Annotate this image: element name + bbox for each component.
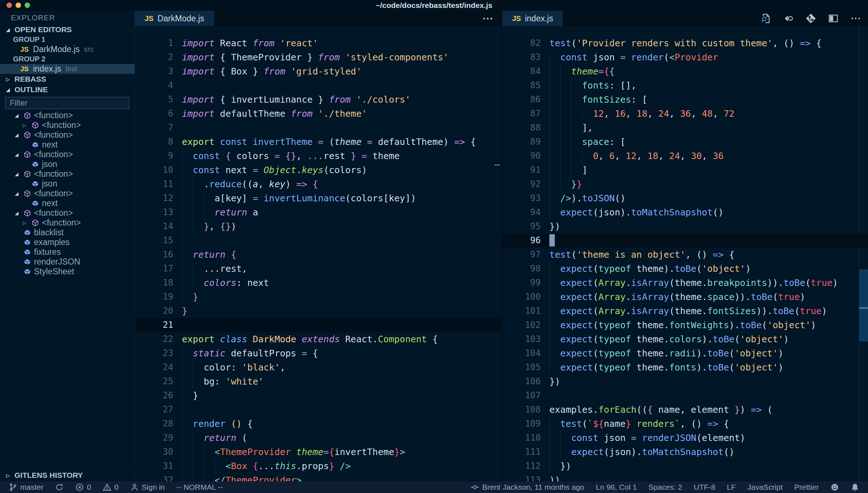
compare-icon[interactable] xyxy=(783,13,794,24)
outline-item-examples[interactable]: examples xyxy=(0,237,135,247)
line-number: 32 xyxy=(135,473,173,481)
line-number: 84 xyxy=(502,64,541,78)
outline-filter-input[interactable] xyxy=(5,97,129,109)
close-window-icon[interactable] xyxy=(7,3,12,8)
outline-item-blacklist[interactable]: blacklist xyxy=(0,228,135,237)
status-item[interactable]: Spaces: 2 xyxy=(648,483,682,492)
line-number: 82 xyxy=(502,36,541,50)
code-line: 12 a[key] = invertLuminance(colors[key]) xyxy=(135,191,502,205)
status-item[interactable]: Ln 96, Col 1 xyxy=(596,483,637,492)
vscode-window: { "title_bar": { "title": "~/code/docs/r… xyxy=(0,0,868,493)
line-number: 108 xyxy=(502,403,541,417)
line-number: 92 xyxy=(502,177,541,191)
section-rebass[interactable]: ▷ REBASS xyxy=(0,74,135,84)
line-number: 10 xyxy=(135,163,173,177)
smiley-status-item[interactable] xyxy=(830,483,839,492)
more-actions-icon[interactable] xyxy=(850,13,861,24)
status-item[interactable]: Prettier xyxy=(794,483,819,492)
tab-darkmode-js[interactable]: JS DarkMode.js xyxy=(135,11,214,26)
tab-index-js[interactable]: JS index.js xyxy=(502,11,563,26)
more-actions-icon[interactable] xyxy=(483,11,492,26)
outline-item-renderJSON[interactable]: renderJSON xyxy=(0,257,135,267)
code-line: 82test('Provider renders with custom the… xyxy=(502,36,868,50)
outline-item-next[interactable]: next xyxy=(0,140,135,150)
outline-item-next[interactable]: next xyxy=(0,198,135,208)
line-number: 18 xyxy=(135,276,173,290)
section-outline[interactable]: ◢ OUTLINE xyxy=(0,84,135,95)
bell-status-item[interactable] xyxy=(851,483,859,492)
outline-item-function[interactable]: ◢<function> xyxy=(0,130,135,140)
line-number: 27 xyxy=(135,403,173,417)
window-controls xyxy=(7,3,30,8)
code-line: 91 ] xyxy=(502,163,868,177)
code-line: 107 xyxy=(502,389,868,403)
outline-item-function[interactable]: ◢<function> xyxy=(0,208,135,218)
code-line: 108examples.forEach(({ name, element }) … xyxy=(502,403,868,417)
outline-item-StyleSheet[interactable]: StyleSheet xyxy=(0,267,135,276)
status-item[interactable]: -- NORMAL -- xyxy=(176,483,223,492)
code-line: 2import { ThemeProvider } from 'styled-c… xyxy=(135,50,502,64)
function-symbol-icon xyxy=(22,190,32,198)
section-open-editors[interactable]: ◢ OPEN EDITORS xyxy=(0,25,135,35)
code-line: 7 xyxy=(135,121,502,135)
status-label: UTF-8 xyxy=(694,483,715,492)
outline-item-function[interactable]: ◢<function> xyxy=(0,111,135,120)
split-editor-icon[interactable] xyxy=(827,13,839,24)
variable-symbol-icon xyxy=(22,229,32,237)
outline-item-function[interactable]: ▷<function> xyxy=(0,218,135,228)
status-item[interactable]: JavaScript xyxy=(747,483,783,492)
line-number: 91 xyxy=(502,163,541,177)
line-number: 83 xyxy=(502,50,541,64)
open-editor-item[interactable]: JSDarkMode.jssrc xyxy=(0,44,135,54)
chevron-collapsed-icon: ▷ xyxy=(4,77,12,82)
line-number: 26 xyxy=(135,389,173,403)
git-icon[interactable] xyxy=(805,13,817,24)
editor-index-js[interactable]: 82test('Provider renders with custom the… xyxy=(502,26,868,481)
code-line: 11 .reduce((a, key) => { xyxy=(135,177,502,191)
code-line: 85 fonts: [], xyxy=(502,78,868,93)
status-label: JavaScript xyxy=(747,483,783,492)
chevron-collapsed-icon: ▷ xyxy=(4,473,12,478)
outline-item-json[interactable]: json xyxy=(0,159,135,169)
editor-darkmode-js[interactable]: 1import React from 'react'2import { Them… xyxy=(135,26,502,481)
section-gitlens-history[interactable]: ▷ GITLENS HISTORY xyxy=(0,469,135,481)
code-line: 20} xyxy=(135,304,502,318)
tab-bar: JS DarkMode.js JS index.js xyxy=(135,11,868,26)
maximize-window-icon[interactable] xyxy=(25,3,30,8)
outline-item-function[interactable]: ◢<function> xyxy=(0,169,135,179)
code-line: 31 <Box {...this.props} /> xyxy=(135,459,502,473)
open-editor-item[interactable]: JSindex.jstest xyxy=(0,64,135,74)
minimize-window-icon[interactable] xyxy=(16,3,21,8)
explorer-title: EXPLORER xyxy=(0,11,135,25)
git-branch-status-item[interactable]: master xyxy=(9,483,43,492)
variable-symbol-icon xyxy=(22,258,32,266)
error-status-item[interactable]: 0 xyxy=(75,483,91,492)
person-status-item[interactable]: Sign in xyxy=(130,483,165,492)
outline-item-function[interactable]: ▷<function> xyxy=(0,120,135,130)
status-item[interactable]: UTF-8 xyxy=(694,483,715,492)
outline-item-fixtures[interactable]: fixtures xyxy=(0,247,135,257)
function-symbol-icon xyxy=(22,131,32,139)
code-line: 89 space: [ xyxy=(502,135,868,149)
outline-label: json xyxy=(42,159,57,169)
code-line: 90 0, 6, 12, 18, 24, 30, 36 xyxy=(502,149,868,163)
sync-icon xyxy=(55,483,64,492)
code-line: 8export const invertTheme = (theme = def… xyxy=(135,135,502,149)
line-number: 7 xyxy=(135,121,173,135)
outline-item-function[interactable]: ◢<function> xyxy=(0,150,135,159)
line-number: 21 xyxy=(135,318,173,332)
file-search-icon[interactable] xyxy=(760,13,772,24)
sync-status-item[interactable] xyxy=(55,483,64,492)
outline-label: <function> xyxy=(42,120,81,130)
outline-item-function[interactable]: ◢<function> xyxy=(0,189,135,198)
line-number: 9 xyxy=(135,149,173,163)
line-number: 17 xyxy=(135,262,173,276)
warning-status-item[interactable]: 0 xyxy=(103,483,119,492)
line-number: 100 xyxy=(502,290,541,304)
line-number: 14 xyxy=(135,219,173,233)
outline-item-json[interactable]: json xyxy=(0,179,135,189)
commit-status-item[interactable]: Brent Jackson, 11 months ago xyxy=(471,483,584,492)
code-line: 16 return { xyxy=(135,248,502,262)
code-line: 32 </ThemeProvider> xyxy=(135,473,502,481)
status-item[interactable]: LF xyxy=(727,483,736,492)
